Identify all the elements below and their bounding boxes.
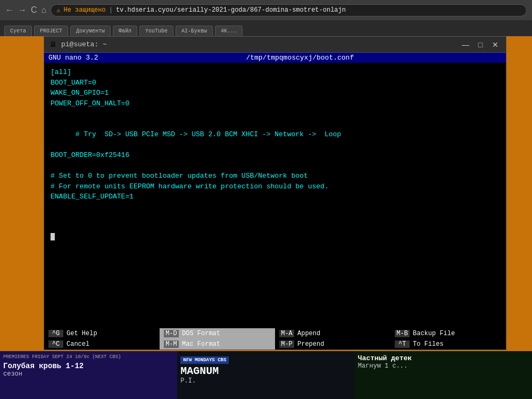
magnum-sub: P.I.	[180, 377, 351, 385]
minimize-button[interactable]: —	[460, 40, 471, 49]
browser-tabs: Суета PROJECT Документы Файл YouTube AI-…	[0, 20, 532, 36]
key-c: ^C	[48, 340, 63, 348]
window-controls: — □ ✕	[460, 40, 501, 49]
label-backup-file: Backup File	[413, 330, 455, 337]
nano-filepath: /tmp/tmpqmoscyxj/boot.conf	[246, 54, 354, 62]
menu-row1: ^G Get Help M-D DOS Format M-A Append M-…	[44, 328, 506, 339]
content-line5	[51, 109, 500, 119]
tab-project[interactable]: PROJECT	[34, 26, 68, 36]
cursor-line	[51, 233, 500, 240]
show-title: Голубая кровь 1-12	[3, 362, 174, 370]
tab-sueta[interactable]: Суета	[4, 26, 32, 36]
text-cursor	[51, 233, 55, 240]
label-mac-format: Mac Format	[182, 340, 220, 348]
nano-header: GNU nano 3.2 /tmp/tmpqmoscyxj/boot.conf	[44, 53, 506, 63]
terminal-window: 🖥 pi@sueta: ~ — □ ✕ GNU nano 3.2 /tmp/tm…	[44, 36, 506, 350]
nano-menu: ^G Get Help M-D DOS Format M-A Append M-…	[44, 328, 506, 350]
label-get-help: Get Help	[66, 330, 97, 337]
content-line10: # For remote units EEPROM hardware write…	[51, 181, 500, 192]
content-line1: [all]	[51, 67, 500, 78]
bottom-area: PREMIERES FRIDAY SEPT 24 10/9c (NEXT CBS…	[0, 351, 532, 399]
nano-version: GNU nano 3.2	[48, 54, 98, 62]
menu-dos-format[interactable]: M-D DOS Format	[160, 328, 275, 339]
label-append: Append	[297, 330, 320, 337]
back-button[interactable]: ←	[5, 5, 14, 15]
show-badge: PREMIERES FRIDAY SEPT 24 10/9c (NEXT CBS…	[3, 354, 174, 360]
url-text: tv.hdseria.cyou/serially-2021-goda/867-d…	[116, 6, 346, 14]
label-dos-format: DOS Format	[182, 330, 220, 337]
warning-text: Не защищено	[63, 6, 105, 14]
key-g: ^G	[48, 330, 63, 337]
address-bar[interactable]: ⚠ Не защищено | tv.hdseria.cyou/serially…	[51, 4, 527, 16]
content-line2: BOOT_UART=0	[51, 78, 500, 88]
content-line13	[51, 212, 500, 223]
menu-row2: ^C Cancel M-M Mac Format M-P Prepend ^T …	[44, 339, 506, 350]
url-separator: |	[109, 6, 113, 14]
magnum-title: MAGNUM	[180, 365, 351, 377]
tab-docs[interactable]: Документы	[70, 26, 111, 36]
tab-file[interactable]: Файл	[113, 26, 137, 36]
panel-detective: Частный детек Магнум 1 с...	[355, 351, 532, 399]
menu-to-files[interactable]: ^T To Files	[390, 339, 506, 350]
content-line4: POWER_OFF_ON_HALT=0	[51, 98, 500, 109]
forward-button[interactable]: →	[18, 5, 27, 15]
label-prepend: Prepend	[297, 340, 324, 348]
menu-backup-file[interactable]: M-B Backup File	[390, 328, 506, 339]
show-sub: сезон	[3, 370, 174, 378]
key-m-a: M-A	[279, 330, 294, 337]
terminal-icon: 🖥	[49, 40, 57, 49]
key-m-m: M-M	[164, 340, 179, 348]
panel-blue-blood: PREMIERES FRIDAY SEPT 24 10/9c (NEXT CBS…	[0, 351, 177, 399]
detective-sub: Магнум 1 с...	[358, 362, 529, 370]
menu-cancel[interactable]: ^C Cancel	[44, 339, 160, 350]
content-line3: WAKE_ON_GPIO=1	[51, 88, 500, 98]
key-t: ^T	[395, 340, 410, 348]
refresh-button[interactable]: C	[31, 5, 37, 15]
content-line6: # Try SD-> USB PCIe MSD -> USB 2.0 BCM X…	[51, 119, 500, 151]
content-line8	[51, 161, 500, 171]
tab-ai[interactable]: AI-Буквы	[176, 26, 213, 36]
terminal-titlebar: 🖥 pi@sueta: ~ — □ ✕	[44, 37, 506, 53]
content-line12	[51, 202, 500, 213]
warning-icon: ⚠	[56, 6, 60, 14]
home-button[interactable]: ⌂	[41, 5, 47, 15]
browser-chrome: ← → C ⌂ ⚠ Не защищено | tv.hdseria.cyou/…	[0, 0, 532, 20]
menu-mac-format[interactable]: M-M Mac Format	[160, 339, 275, 350]
content-line7: BOOT_ORDER=0xf25416	[51, 150, 500, 161]
label-to-files: To Files	[413, 340, 444, 348]
detective-title: Частный детек	[358, 354, 529, 362]
terminal-title: pi@sueta: ~	[61, 40, 456, 48]
key-m-b: M-B	[395, 330, 410, 337]
content-line14	[51, 223, 500, 234]
menu-append[interactable]: M-A Append	[275, 328, 390, 339]
key-m-d: M-D	[164, 330, 179, 337]
label-cancel: Cancel	[66, 340, 89, 348]
menu-prepend[interactable]: M-P Prepend	[275, 339, 390, 350]
content-line11: ENABLE_SELF_UPDATE=1	[51, 192, 500, 202]
close-button[interactable]: ✕	[490, 40, 501, 49]
content-line9: # Set to 0 to prevent bootloader updates…	[51, 171, 500, 181]
tab-youtube[interactable]: YouTube	[139, 26, 173, 36]
maximize-button[interactable]: □	[475, 40, 486, 49]
key-m-p: M-P	[279, 340, 294, 348]
magnum-badge: NFW MONDAYS CBS	[180, 356, 229, 364]
nano-content[interactable]: [all] BOOT_UART=0 WAKE_ON_GPIO=1 POWER_O…	[44, 63, 506, 339]
tab-4k[interactable]: 4K...	[215, 26, 243, 36]
menu-get-help[interactable]: ^G Get Help	[44, 328, 160, 339]
panel-magnum: NFW MONDAYS CBS MAGNUM P.I.	[177, 351, 354, 399]
